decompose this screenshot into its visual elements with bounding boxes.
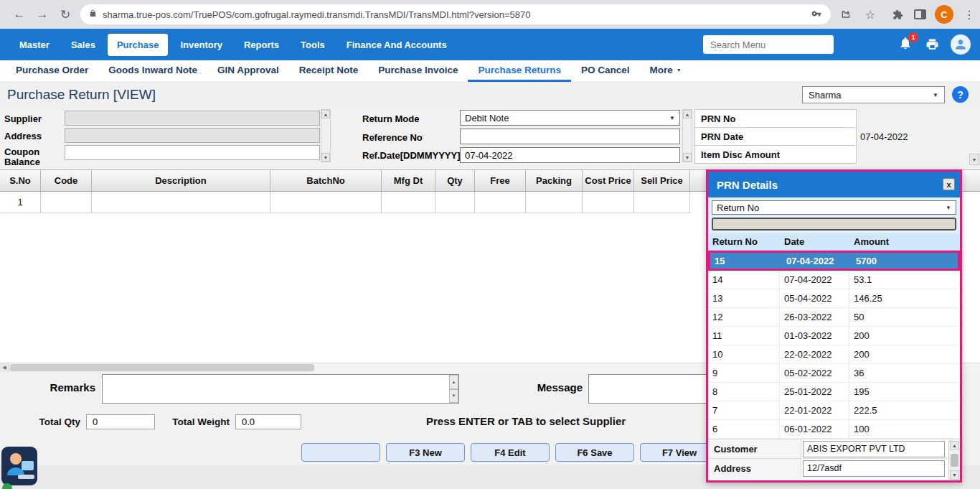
ref-date-input[interactable] (460, 147, 680, 163)
user-avatar-button[interactable] (951, 34, 971, 55)
item-disc-amount-label: Item Disc Amount (694, 145, 857, 164)
f3-new-button[interactable]: F3 New (386, 443, 465, 462)
grid-cell-description[interactable] (92, 192, 270, 213)
prn-row[interactable]: 9 05-02-2022 36 (708, 364, 960, 383)
popup-vertical-scrollbar[interactable]: ▲ ▼ (948, 440, 960, 480)
key-icon[interactable] (811, 9, 822, 21)
menu-item-master[interactable]: Master (10, 34, 59, 56)
tab-purchase-invoice[interactable]: Purchase Invoice (368, 60, 468, 82)
menu-item-inventory[interactable]: Inventory (171, 34, 232, 56)
prn-row[interactable]: 13 05-04-2022 146.25 (708, 289, 960, 308)
message-label: Message (534, 381, 583, 393)
grid-cell-cost-price[interactable] (583, 192, 634, 213)
page-title: Purchase Return [VIEW] (7, 87, 156, 103)
browser-profile-avatar[interactable]: C (935, 5, 953, 24)
grid-cell-sell-price[interactable] (634, 192, 690, 213)
prn-search-input[interactable] (712, 218, 956, 230)
forward-icon[interactable]: → (33, 5, 52, 24)
tab-gin-approval[interactable]: GIN Approval (207, 60, 289, 82)
reference-no-input[interactable] (460, 129, 680, 144)
bookmark-star-icon[interactable]: ☆ (864, 8, 877, 21)
refresh-icon[interactable]: ↻ (56, 5, 75, 24)
spinner-down-icon[interactable]: ▼ (449, 389, 458, 404)
prn-cell-amount: 200 (849, 327, 960, 345)
return-mode-select[interactable]: Debit Note ▼ (460, 110, 680, 126)
grid-cell-qty[interactable] (435, 192, 475, 213)
menu-item-sales[interactable]: Sales (62, 34, 105, 56)
scroll-up-icon[interactable]: ▲ (321, 110, 330, 118)
tab-goods-inward-note[interactable]: Goods Inward Note (98, 60, 207, 82)
return-no-filter-select[interactable]: Return No ▼ (712, 200, 956, 215)
middle-panel-scrollbar[interactable]: ▲ ▼ (682, 109, 692, 162)
scroll-left-icon[interactable]: ◀ (0, 363, 9, 372)
scroll-up-icon[interactable]: ▲ (683, 110, 692, 118)
print-button[interactable] (925, 37, 939, 53)
blank-button[interactable] (301, 443, 380, 462)
prn-row[interactable]: 10 22-02-2022 200 (708, 345, 960, 364)
address-input[interactable] (65, 128, 320, 143)
notification-badge: 1 (908, 32, 918, 42)
scrollbar-thumb[interactable] (10, 364, 314, 371)
f6-save-button[interactable]: F6 Save (555, 443, 634, 462)
scroll-down-icon[interactable]: ▼ (683, 153, 692, 162)
tab-more-label: More (650, 65, 673, 75)
prn-cell-return-no: 15 (710, 253, 782, 269)
total-weight-input[interactable] (235, 414, 301, 429)
prn-row[interactable]: 8 25-01-2022 195 (708, 383, 960, 401)
back-icon[interactable]: ← (10, 5, 29, 24)
popup-header: PRN Details x (708, 172, 960, 197)
tab-receipt-note[interactable]: Receipt Note (289, 60, 369, 82)
prn-cell-amount: 53.1 (849, 271, 960, 289)
scroll-down-icon[interactable]: ▼ (969, 154, 979, 165)
menu-item-tools[interactable]: Tools (291, 34, 334, 56)
scrollbar-thumb[interactable] (951, 454, 958, 467)
grid-cell-code[interactable] (41, 192, 92, 213)
company-select[interactable]: Sharma ▼ (802, 86, 945, 103)
prn-row[interactable]: 6 06-01-2022 100 (708, 420, 960, 439)
menu-item-purchase[interactable]: Purchase (108, 34, 169, 56)
url-text: sharma.true-pos.com/TruePOS/com.gofrugal… (103, 9, 805, 20)
grid-cell-mfg-dt[interactable] (382, 192, 435, 213)
prn-cell-date: 05-04-2022 (780, 289, 849, 307)
prn-cell-amount: 222.5 (849, 401, 960, 419)
coupon-balance-input[interactable] (65, 145, 320, 160)
notifications-button[interactable]: 1 (898, 36, 914, 52)
address-row: Address 12/7asdf (708, 458, 960, 478)
scroll-down-icon[interactable]: ▼ (950, 470, 959, 480)
spinner-up-icon[interactable]: ▲ (449, 375, 458, 389)
f4-edit-button[interactable]: F4 Edit (471, 443, 550, 462)
close-icon[interactable]: x (943, 178, 955, 190)
prn-row[interactable]: 12 26-03-2022 50 (708, 308, 960, 327)
scroll-up-icon[interactable]: ▲ (950, 441, 959, 450)
remarks-textarea[interactable] (102, 374, 459, 404)
prn-row-selected[interactable]: 15 07-04-2022 5700 (708, 251, 960, 271)
tab-po-cancel[interactable]: PO Cancel (571, 60, 640, 82)
left-panel-scrollbar[interactable]: ▲ ▼ (321, 109, 331, 162)
total-qty-input[interactable] (86, 414, 155, 429)
grid-cell-packing[interactable] (526, 192, 583, 213)
printer-icon (925, 37, 939, 51)
prn-row[interactable]: 11 01-03-2022 200 (708, 327, 960, 345)
extensions-icon[interactable] (891, 8, 904, 21)
supplier-input[interactable] (65, 111, 320, 126)
prn-col-date: Date (780, 233, 849, 250)
help-button[interactable]: ? (952, 86, 969, 103)
browser-menu-dots-icon[interactable]: ⋮ (963, 8, 976, 21)
tab-more[interactable]: More ▼ (640, 60, 692, 82)
grid-cell-sno[interactable]: 1 (0, 192, 41, 213)
prn-cell-date: 05-02-2022 (780, 364, 849, 382)
grid-cell-free[interactable] (475, 192, 526, 213)
tab-purchase-order[interactable]: Purchase Order (6, 60, 98, 82)
prn-row[interactable]: 14 07-04-2022 53.1 (708, 271, 960, 289)
address-bar[interactable]: sharma.true-pos.com/TruePOS/com.gofrugal… (80, 4, 831, 24)
tab-purchase-returns[interactable]: Purchase Returns (468, 60, 571, 82)
prn-row[interactable]: 7 22-01-2022 222.5 (708, 401, 960, 420)
grid-cell-batchno[interactable] (270, 192, 382, 213)
search-menu-input[interactable] (703, 35, 834, 54)
share-icon[interactable] (839, 8, 852, 21)
chevron-down-icon: ▼ (933, 92, 938, 98)
menu-item-finance[interactable]: Finance And Accounts (337, 34, 456, 56)
scroll-down-icon[interactable]: ▼ (321, 153, 330, 162)
menu-item-reports[interactable]: Reports (235, 34, 288, 56)
side-panel-icon[interactable] (914, 9, 926, 19)
